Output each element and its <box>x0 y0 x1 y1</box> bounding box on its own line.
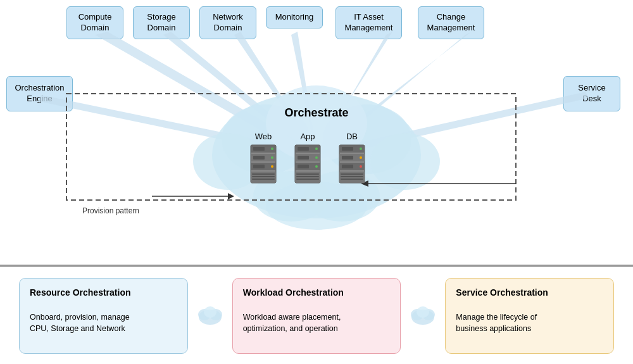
svg-point-56 <box>360 147 362 150</box>
svg-rect-33 <box>252 173 275 175</box>
svg-marker-19 <box>228 193 234 199</box>
connector-cloud-1 <box>194 278 226 354</box>
svg-rect-59 <box>342 165 353 168</box>
service-orchestration-card: Service Orchestration Manage the lifecyc… <box>445 278 614 354</box>
workload-orch-text: Workload aware placement, optimization, … <box>243 301 391 335</box>
bottom-section: Resource Orchestration Onboard, provisio… <box>0 266 633 364</box>
service-desk-box: Service Desk <box>563 76 620 111</box>
app-server-icon <box>291 144 324 184</box>
svg-rect-43 <box>298 156 309 160</box>
svg-point-67 <box>204 306 216 318</box>
svg-rect-57 <box>342 156 353 160</box>
svg-point-30 <box>271 156 273 159</box>
it-asset-box: IT Asset Management <box>335 6 402 39</box>
svg-rect-62 <box>341 176 363 177</box>
app-server: App <box>291 132 324 184</box>
svg-rect-63 <box>341 179 363 180</box>
servers-container: Web App <box>247 132 368 184</box>
app-server-label: App <box>300 132 315 141</box>
diagram-area: Compute Domain Storage Domain Network Do… <box>0 0 633 266</box>
svg-rect-31 <box>253 165 265 168</box>
orchestrate-label: Orchestrate <box>284 106 348 120</box>
resource-orch-text: Onboard, provision, manage CPU, Storage … <box>30 301 177 335</box>
workload-orch-title: Workload Orchestration <box>243 287 391 298</box>
svg-point-71 <box>417 306 429 318</box>
resource-orchestration-card: Resource Orchestration Onboard, provisio… <box>19 278 188 354</box>
svg-point-46 <box>315 165 318 168</box>
web-server-label: Web <box>255 132 272 141</box>
svg-rect-35 <box>252 179 275 180</box>
network-domain-box: Network Domain <box>199 6 256 39</box>
change-management-box: Change Management <box>418 6 484 39</box>
orchestration-engine-box: Orchestration Engine <box>6 76 73 111</box>
connector-cloud-svg-2 <box>407 303 439 329</box>
svg-point-16 <box>266 182 367 230</box>
svg-point-60 <box>360 165 362 168</box>
provision-pattern-label: Provision pattern <box>82 206 139 215</box>
svg-point-44 <box>315 156 318 159</box>
resource-orch-title: Resource Orchestration <box>30 287 177 298</box>
svg-rect-47 <box>296 173 319 175</box>
storage-domain-box: Storage Domain <box>133 6 190 39</box>
svg-point-13 <box>370 133 440 190</box>
svg-rect-27 <box>253 147 265 151</box>
monitoring-box: Monitoring <box>266 6 323 28</box>
connector-cloud-svg-1 <box>194 303 226 329</box>
svg-rect-61 <box>341 173 363 175</box>
svg-rect-45 <box>298 165 309 168</box>
web-server-icon <box>247 144 280 184</box>
connector-cloud-2 <box>407 278 439 354</box>
compute-domain-box: Compute Domain <box>66 6 123 39</box>
svg-point-42 <box>315 147 318 150</box>
svg-point-58 <box>360 156 362 159</box>
svg-rect-49 <box>296 179 319 180</box>
svg-point-28 <box>271 147 273 150</box>
service-orch-title: Service Orchestration <box>456 287 603 298</box>
db-server-icon <box>335 144 368 184</box>
svg-rect-34 <box>252 176 275 177</box>
svg-rect-48 <box>296 176 319 177</box>
web-server: Web <box>247 132 280 184</box>
db-server-label: DB <box>346 132 358 141</box>
svg-rect-41 <box>298 147 309 151</box>
svg-point-32 <box>271 165 273 168</box>
workload-orchestration-card: Workload Orchestration Workload aware pl… <box>232 278 401 354</box>
svg-rect-29 <box>253 156 265 160</box>
db-server: DB <box>335 132 368 184</box>
service-orch-text: Manage the lifecycle of business applica… <box>456 301 603 335</box>
svg-rect-55 <box>342 147 353 151</box>
